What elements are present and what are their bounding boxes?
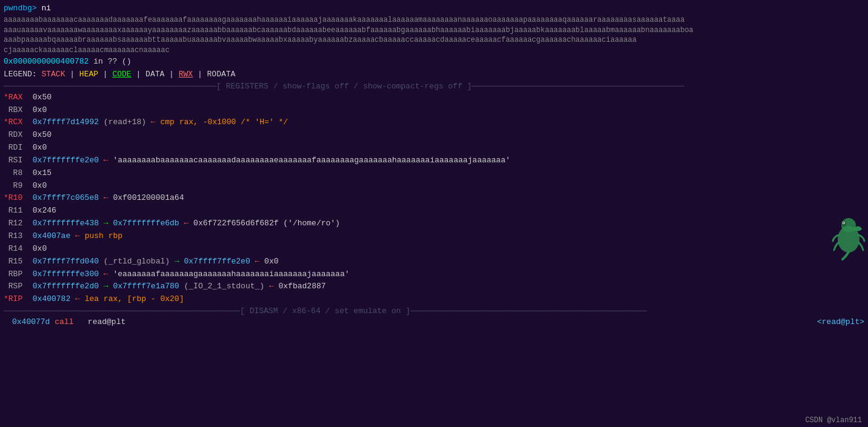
reg-name-rbx: RBX [4,105,28,116]
reg-val-rdi: 0x0 [28,142,47,154]
scroll-line-1: aaaaaaaabaaaaaaacaaaaaaadaaaaaaafeaaaaaa… [0,15,868,25]
reg-name-rax: *RAX [4,92,28,104]
reg-arrow-rsp-right: → [99,281,109,293]
asm-call: call [55,317,73,328]
reg-name-r10: *R10 [4,193,28,204]
reg-rax: *RAX 0x50 [0,91,868,104]
reg-name-r11: R11 [4,205,28,217]
reg-name-rsi: RSI [4,155,28,167]
reg-rsp: RSP 0x7fffffffe2d0 → 0x7ffff7e1a780 (_IO… [0,280,868,293]
command: ni [37,3,51,15]
reg-arrow-rip: ← [70,294,80,305]
address-line: 0x0000000000400782 in ?? () [0,56,868,68]
reg-val-r10: 0xf001200001a64 [109,193,184,204]
reg-rdx: RDX 0x50 [0,129,868,142]
reg-addr-r12b: 0x7fffffffe6db [109,218,179,230]
terminal: pwndbg> ni aaaaaaaabaaaaaaacaaaaaaadaaaa… [0,0,868,427]
reg-name-r9: R9 [4,180,28,192]
reg-arrow-r15-left: ← [250,256,260,268]
reg-val-r14: 0x0 [28,243,47,255]
legend-code: CODE [112,69,131,81]
reg-arrow-r13: ← [70,231,80,242]
scroll-line-3: aaabpaaaaabqaaaaabraaaaaabsaaaaaabttaaaa… [0,35,868,45]
legend-rodata: RODATA [207,69,236,81]
reg-annot-rcx: (read+18) [99,117,146,128]
asm-line: 0x40077d call read@plt <read@plt> [0,316,868,329]
reg-name-r8: R8 [4,168,28,179]
reg-arrow-r15-right: → [170,256,179,268]
disasm-divider: ────────────────────────────────────────… [0,306,868,316]
reg-name-rip: *RIP [4,294,28,305]
asm-indicator [4,317,12,328]
reg-addr-rbp: 0x7fffffffe300 [28,269,99,280]
scroll-line-4: cjaaaaackaaaaaaclaaaaacmaaaaaacnaaaaac [0,45,868,56]
reg-r13: R13 0x4007ae ← push rbp [0,230,868,243]
reg-addr-rsp-a: 0x7fffffffe2d0 [28,281,99,293]
reg-r8: R8 0x15 [0,167,868,180]
reg-name-rcx: *RCX [4,117,28,128]
reg-val-rbx: 0x0 [28,105,47,116]
reg-string-rsi: 'aaaaaaaabaaaaaaacaaaaaaadaaaaaaaaeaaaaa… [109,155,510,167]
reg-r10: *R10 0x7ffff7c065e8 ← 0xf001200001a64 [0,192,868,205]
reg-name-r15: R15 [4,256,28,268]
svg-point-4 [843,222,844,223]
reg-arrow-r10: ← [99,193,109,204]
chameleon-decoration [830,212,867,260]
reg-r12: R12 0x7fffffffe438 → 0x7fffffffe6db ← 0x… [0,217,868,230]
reg-comment-r13: push rbp [80,231,122,242]
reg-rsi: RSI 0x7fffffffe2e0 ← 'aaaaaaaabaaaaaaaca… [0,154,868,167]
legend-data: DATA [145,69,164,81]
current-address: 0x0000000000400782 [4,56,88,68]
reg-addr-rip: 0x400782 [28,294,70,305]
legend-rwx: RWX [179,69,193,81]
asm-spacing [50,317,55,328]
prompt: pwndbg> [4,3,37,15]
reg-name-rdx: RDX [4,130,28,141]
reg-val-rax: 0x50 [28,92,52,104]
reg-r15: R15 0x7ffff7ffd040 (_rtld_global) → 0x7f… [0,256,868,268]
reg-rdi: RDI 0x0 [0,142,868,154]
reg-annot-rsp: (_IO_2_1_stdout_) [179,281,264,293]
reg-arrow-r12-left: ← [179,218,189,230]
asm-pad [125,317,817,328]
asm-annotation: <read@plt> [817,317,864,328]
reg-name-r14: R14 [4,243,28,255]
reg-r9: R9 0x0 [0,180,868,193]
reg-arrow-rbp: ← [99,269,109,280]
registers-divider: ────────────────────────────────────────… [0,81,868,91]
reg-rcx: *RCX 0x7ffff7d14992 (read+18) ← cmp rax,… [0,116,868,129]
reg-rbp: RBP 0x7fffffffe300 ← 'eaaaaaaafaaaaaaaga… [0,268,868,281]
reg-val-r8: 0x15 [28,168,52,179]
reg-val-r12: 0x6f722f656d6f682f ('/home/ro') [189,218,340,230]
reg-arrow-rsp-left: ← [264,281,274,293]
reg-val-rdx: 0x50 [28,130,52,141]
reg-r14: R14 0x0 [0,243,868,256]
scroll-line-2: aaauaaaaavaaaaaaawaaaaaaaaxaaaaaayaaaaaa… [0,25,868,36]
legend-heap: HEAP [79,69,98,81]
reg-addr-rsp-b: 0x7ffff7e1a780 [109,281,179,293]
legend-label: LEGEND: [4,69,37,81]
reg-addr-r12a: 0x7fffffffe438 [28,218,99,230]
reg-string-rbp: 'eaaaaaaafaaaaaaagaaaaaaahaaaaaaaiaaaaaa… [109,269,350,280]
in-text: in ?? () [88,56,131,68]
reg-comment-rcx: cmp rax, -0x1000 /* 'H=' */ [156,117,288,128]
legend-stack: STACK [41,69,65,81]
reg-val-r15: 0x0 [259,256,278,268]
reg-name-r12: R12 [4,218,28,230]
reg-addr-r10: 0x7ffff7c065e8 [28,193,99,204]
reg-arrow-rsi: ← [99,155,109,167]
asm-addr: 0x40077d [12,317,50,328]
reg-val-r9: 0x0 [28,180,47,192]
reg-addr-rsi: 0x7fffffffe2e0 [28,155,99,167]
reg-name-r13: R13 [4,231,28,242]
watermark: CSDN @vlan911 [805,416,862,425]
asm-operand: read@plt [88,317,125,328]
reg-comment-rip: lea rax, [rbp - 0x20] [80,294,184,305]
asm-space2 [73,317,87,328]
reg-addr-r13: 0x4007ae [28,231,70,242]
reg-addr-r15a: 0x7ffff7ffd040 [28,256,99,268]
reg-arrow-rcx: ← [146,117,156,128]
reg-addr-r15b: 0x7ffff7ffe2e0 [179,256,250,268]
reg-rbx: RBX 0x0 [0,104,868,117]
legend-line: LEGEND: STACK | HEAP | CODE | DATA | RWX… [0,68,868,81]
